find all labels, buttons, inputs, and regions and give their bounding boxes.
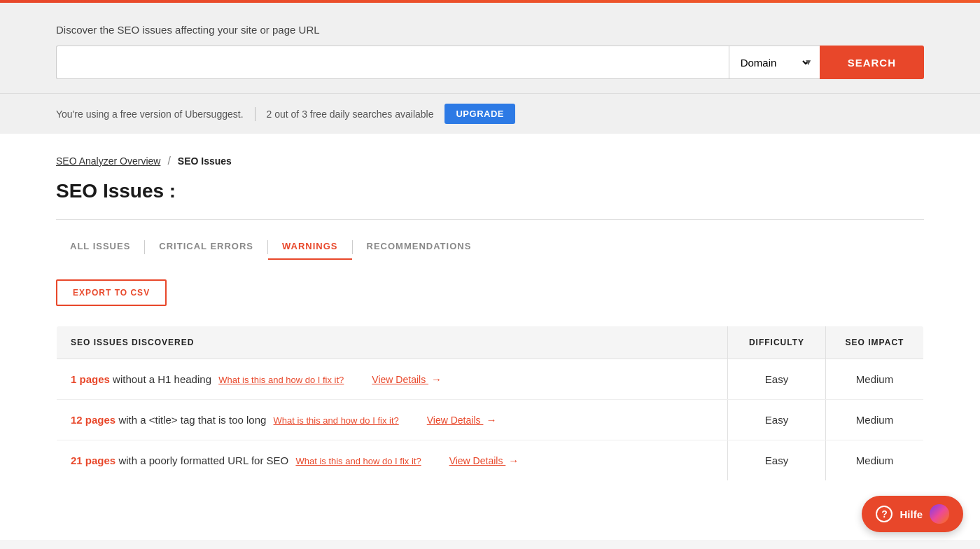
free-version-message: You're using a free version of Ubersugge… <box>56 109 244 120</box>
help-label: Hilfe <box>899 508 923 520</box>
domain-select[interactable]: Domain Page URL <box>738 56 811 69</box>
tab-all-issues[interactable]: ALL ISSUES <box>56 234 144 260</box>
breadcrumb: SEO Analyzer Overview / SEO Issues <box>56 148 924 167</box>
issue-text-2: with a poorly formatted URL for SEO <box>115 454 291 466</box>
ubersuggest-badge <box>930 504 949 524</box>
divider <box>255 107 255 121</box>
breadcrumb-current: SEO Issues <box>178 155 232 167</box>
seo-impact-cell-2: Medium <box>826 440 924 481</box>
pages-count-link-1[interactable]: 12 pages <box>71 414 115 426</box>
view-details-link-1[interactable]: View Details → <box>427 415 497 426</box>
issue-cell-1: 12 pages with a <title> tag that is too … <box>57 400 728 440</box>
tab-warnings[interactable]: WARNINGS <box>268 234 352 260</box>
tab-critical-errors[interactable]: CRITICAL ERRORS <box>145 234 267 260</box>
fix-link-1[interactable]: What is this and how do I fix it? <box>274 415 399 426</box>
tab-recommendations[interactable]: RECOMMENDATIONS <box>353 234 486 260</box>
col-header-issues: SEO ISSUES DISCOVERED <box>57 326 728 359</box>
table-row: 1 pages without a H1 heading What is thi… <box>57 359 924 400</box>
main-content: SEO Analyzer Overview / SEO Issues SEO I… <box>0 134 980 540</box>
help-button[interactable]: ? Hilfe <box>862 496 963 532</box>
arrow-icon-2: → <box>508 454 519 466</box>
fix-link-0[interactable]: What is this and how do I fix it? <box>218 375 344 385</box>
fix-link-2[interactable]: What is this and how do I fix it? <box>295 456 421 466</box>
table-row: 12 pages with a <title> tag that is too … <box>57 400 924 440</box>
pages-count-link-2[interactable]: 21 pages <box>71 454 115 466</box>
section-divider <box>56 219 924 220</box>
issue-cell-2: 21 pages with a poorly formatted URL for… <box>57 440 728 481</box>
table-row: 21 pages with a poorly formatted URL for… <box>57 440 924 481</box>
search-description: Discover the SEO issues affecting your s… <box>56 24 924 36</box>
view-details-link-2[interactable]: View Details → <box>449 455 519 466</box>
col-header-difficulty: DIFFICULTY <box>728 326 826 359</box>
arrow-icon-0: → <box>431 373 442 385</box>
difficulty-cell-1: Easy <box>728 400 826 440</box>
search-row: Domain Page URL ▼ SEARCH <box>56 46 924 79</box>
searches-available: 2 out of 3 free daily searches available <box>267 109 434 120</box>
tabs: ALL ISSUES CRITICAL ERRORS WARNINGS RECO… <box>56 234 924 260</box>
export-csv-button[interactable]: EXPORT TO CSV <box>56 279 167 306</box>
free-version-bar: You're using a free version of Ubersugge… <box>0 93 980 134</box>
seo-impact-cell-0: Medium <box>826 359 924 400</box>
seo-impact-cell-1: Medium <box>826 400 924 440</box>
arrow-icon-1: → <box>486 414 496 426</box>
page-title: SEO Issues : <box>56 180 924 202</box>
issues-table: SEO ISSUES DISCOVERED DIFFICULTY SEO IMP… <box>56 326 924 481</box>
search-input[interactable] <box>56 46 729 79</box>
breadcrumb-separator: / <box>167 155 170 167</box>
table-header-row: SEO ISSUES DISCOVERED DIFFICULTY SEO IMP… <box>57 326 924 359</box>
search-button[interactable]: SEARCH <box>820 46 924 79</box>
issue-text-1: with a <title> tag that is too long <box>115 414 269 426</box>
help-icon: ? <box>876 506 892 522</box>
col-header-impact: SEO IMPACT <box>826 326 924 359</box>
breadcrumb-parent[interactable]: SEO Analyzer Overview <box>56 155 160 167</box>
domain-select-wrapper: Domain Page URL ▼ <box>729 46 820 79</box>
view-details-link-0[interactable]: View Details → <box>372 374 442 385</box>
issue-text-0: without a H1 heading <box>110 373 214 385</box>
difficulty-cell-2: Easy <box>728 440 826 481</box>
search-section: Discover the SEO issues affecting your s… <box>0 3 980 93</box>
difficulty-cell-0: Easy <box>728 359 826 400</box>
pages-count-link-0[interactable]: 1 pages <box>71 373 110 385</box>
upgrade-button[interactable]: UPGRADE <box>444 104 515 124</box>
issue-cell-0: 1 pages without a H1 heading What is thi… <box>57 359 728 400</box>
